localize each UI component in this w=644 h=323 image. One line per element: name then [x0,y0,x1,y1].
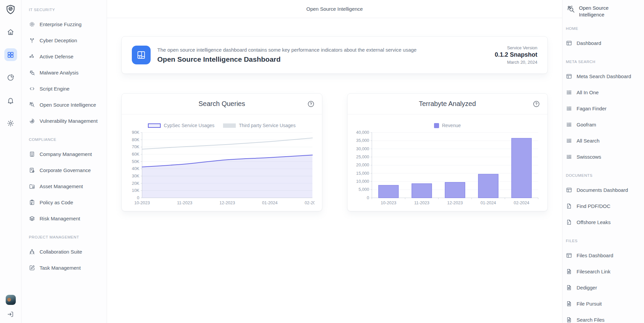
right-sidebar: Open Source Intelligence HOMEDashboardME… [562,0,644,323]
section-title: FILES [566,238,641,244]
svg-text:10-2023: 10-2023 [381,201,396,205]
sidebar-item-active-defense[interactable]: Active Defense [29,48,103,64]
right-sidebar-header: Open Source Intelligence [566,5,641,18]
main-panel: Open Source Intelligence The open source… [107,0,562,323]
target-icon [29,21,35,28]
nav-section-meta-search: META SEARCHMeta Search DashboardAll In O… [566,59,641,165]
sidebar-item-dedigger[interactable]: Dedigger [566,279,641,295]
folder-icon [29,183,35,190]
terrabyte-analyzed-plot bar-chart: 05,00010,00015,00020,00025,00030,00035,0… [355,130,540,209]
service-version-date: March 20, 2024 [495,60,537,65]
sidebar-item-filesearch-link[interactable]: Filesearch Link [566,263,641,279]
sidebar-item-offshore-leaks[interactable]: Offshore Leaks [566,214,641,230]
service-version-value: 0.1.2 Snapshot [495,51,537,58]
home-icon [7,28,14,36]
sidebar-item-files-dashboard[interactable]: Files Dashboard [566,247,641,263]
svg-text:60K: 60K [132,152,140,157]
sidebar-item-policy-as-code[interactable]: Policy as Code [29,194,103,210]
svg-text:0: 0 [137,196,139,200]
svg-text:02-2024: 02-2024 [305,201,314,205]
legend-item-cypsec-service-usages[interactable]: CypSec Service Usages [148,123,214,128]
left-sidebar: IT SECURITYEnterprise FuzzingCyber Decep… [21,0,107,323]
nav-section-home: HOMEDashboard [566,25,641,51]
sidebar-item-goofram[interactable]: Goofram [566,116,641,132]
rail-button-apps-grid[interactable] [4,48,17,61]
code-icon [29,86,35,92]
file-box-icon [566,317,572,323]
legend-item-third-party-service-usages[interactable]: Third party Service Usages [223,123,296,128]
sidebar-item-all-search[interactable]: All Search [566,132,641,149]
page-title: Open Source Intelligence [306,6,363,12]
chart-header: Terrabyte Analyzed [347,94,548,114]
chart-body: Revenue 05,00010,00015,00020,00025,00030… [347,114,548,209]
sidebar-item-corporate-governance[interactable]: Corporate Governance [29,162,103,178]
service-version-block: Service Version 0.1.2 Snapshot March 20,… [495,45,537,65]
svg-text:5,000: 5,000 [358,187,369,192]
user-avatar[interactable] [6,295,16,305]
sidebar-item-collaboration-suite[interactable]: Collaboration Suite [29,244,103,260]
svg-text:40,000: 40,000 [356,130,369,135]
svg-text:10,000: 10,000 [356,179,369,184]
edit-square-icon [29,265,35,271]
sidebar-item-file-pursuit[interactable]: File Pursuit [566,295,641,312]
terrabyte-analyzed-card: Terrabyte Analyzed Revenue 05,00010,0001… [347,93,548,211]
rail-button-home[interactable] [4,25,17,38]
svg-text:10K: 10K [132,188,140,193]
svg-text:0: 0 [367,196,369,200]
rail-nav [4,25,17,129]
sidebar-item-company-management[interactable]: Company Management [29,146,103,162]
gear-icon [7,119,14,127]
svg-text:01-2024: 01-2024 [262,201,277,205]
chart-title: Terrabyte Analyzed [419,100,476,108]
molecule-search-icon [567,5,576,14]
svg-text:10-2023: 10-2023 [134,201,150,205]
logout-button[interactable] [7,310,15,318]
sidebar-item-fagan-finder[interactable]: Fagan Finder [566,100,641,116]
chart-legend: CypSec Service UsagesThird party Service… [129,122,315,129]
sidebar-item-all-in-one[interactable]: All In One [566,84,641,100]
info-card: The open source intelligence dashboard c… [121,36,548,74]
sidebar-item-vulnerability-management[interactable]: Vulnerability Management [29,113,103,129]
rail-button-pie-chart[interactable] [4,71,17,84]
sidebar-item-enterprise-fuzzing[interactable]: Enterprise Fuzzing [29,16,103,32]
service-version-label: Service Version [495,45,537,50]
sidebar-item-malware-analysis[interactable]: Malware Analysis [29,64,103,80]
section-title: HOME [566,25,641,32]
sidebar-item-asset-management[interactable]: Asset Management [29,178,103,194]
sidebar-item-swisscows[interactable]: Swisscows [566,149,641,165]
sidebar-item-meta-search-dashboard[interactable]: Meta Search Dashboard [566,68,641,84]
svg-text:30,000: 30,000 [356,147,369,151]
sidebar-item-dashboard[interactable]: Dashboard [566,35,641,51]
sidebar-item-find-pdf-doc[interactable]: Find PDF/DOC [566,198,641,214]
info-card-text: The open source intelligence dashboard c… [157,47,417,63]
nav-section-compliance: COMPLIANCECompany ManagementCorporate Go… [29,137,103,226]
sidebar-item-cyber-deception[interactable]: Cyber Deception [29,32,103,48]
rail-button-gear[interactable] [4,117,17,129]
nav-section-it-security: IT SECURITYEnterprise FuzzingCyber Decep… [29,7,103,129]
svg-text:40K: 40K [132,166,140,171]
svg-text:70K: 70K [132,145,140,149]
window-icon [566,187,572,193]
clipboard-icon [29,199,35,206]
list-icon [566,89,572,96]
apps-grid-icon [7,51,14,59]
sidebar-item-script-engine[interactable]: Script Engine [29,80,103,97]
file-box-icon [566,268,572,275]
rail-button-bell[interactable] [4,94,17,107]
sidebar-item-open-source-intelligence[interactable]: Open Source Intelligence [29,97,103,113]
document-icon [566,203,572,209]
sidebar-item-search-files[interactable]: Search Files [566,312,641,323]
svg-text:01-2024: 01-2024 [480,201,496,205]
sidebar-item-documents-dashboard[interactable]: Documents Dashboard [566,182,641,198]
info-card-description: The open source intelligence dashboard c… [157,47,417,53]
legend-swatch [223,123,236,128]
svg-text:02-2024: 02-2024 [514,201,529,205]
legend-item-revenue[interactable]: Revenue [434,123,461,128]
sidebar-item-risk-management[interactable]: Risk Management [29,210,103,226]
section-title: COMPLIANCE [29,137,103,143]
help-icon[interactable] [307,100,315,108]
help-icon[interactable] [533,100,540,108]
section-title: PROJECT MANAGEMENT [29,234,103,240]
sidebar-item-task-management[interactable]: Task Management [29,260,103,276]
document-icon [566,219,572,225]
